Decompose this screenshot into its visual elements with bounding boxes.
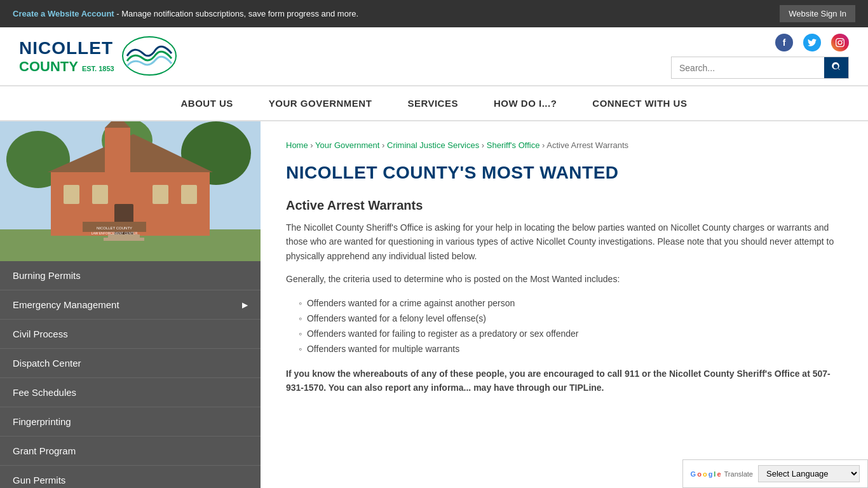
sidebar-menu: Burning PermitsEmergency Management▶Civi… xyxy=(0,261,261,488)
twitter-icon[interactable] xyxy=(803,34,821,51)
svg-rect-12 xyxy=(153,185,168,204)
nav-item-how-do-i[interactable]: HOW DO I...? xyxy=(476,86,574,120)
language-select[interactable]: Select Language xyxy=(758,465,860,482)
header: NICOLLET COUNTY EST. 1853 f xyxy=(0,27,868,85)
intro-paragraph: The Nicollet County Sheriff's Office is … xyxy=(286,220,843,263)
breadcrumb-separator: › xyxy=(539,140,546,150)
criteria-item: Offenders wanted for multiple warrants xyxy=(299,341,843,356)
logo-nicollet: NICOLLET xyxy=(19,37,114,59)
svg-rect-19 xyxy=(104,238,144,241)
section-title: Active Arrest Warrants xyxy=(286,198,843,213)
search-input[interactable] xyxy=(672,58,824,78)
sidebar-item-label: Dispatch Center xyxy=(13,358,81,369)
google-logo: Google Translate xyxy=(691,470,753,478)
breadcrumb-link[interactable]: Criminal Justice Services xyxy=(387,140,479,150)
search-button[interactable] xyxy=(824,57,848,78)
page-title: NICOLLET COUNTY'S MOST WANTED xyxy=(286,163,843,183)
logo-area: NICOLLET COUNTY EST. 1853 xyxy=(19,36,178,77)
svg-rect-18 xyxy=(108,234,140,238)
nav-item-connect-with-us[interactable]: CONNECT WITH US xyxy=(574,86,705,120)
main-nav: ABOUT USYOUR GOVERNMENTSERVICESHOW DO I.… xyxy=(0,85,868,121)
translate-label-text: Translate xyxy=(724,470,753,478)
sidebar-item-label: Fingerprinting xyxy=(13,416,71,427)
logo-icon xyxy=(121,36,178,77)
breadcrumb-link[interactable]: Home xyxy=(286,140,308,150)
sidebar-item-civil-process[interactable]: Civil Process xyxy=(0,320,261,348)
sidebar-item-gun-permits[interactable]: Gun Permits xyxy=(0,466,261,488)
logo-text: NICOLLET COUNTY EST. 1853 xyxy=(19,37,114,76)
sign-in-button[interactable]: Website Sign In xyxy=(780,5,855,22)
sidebar-item-label: Civil Process xyxy=(13,329,68,339)
main-layout: NICOLLET COUNTY LAW ENFORCEMENT CENTER B… xyxy=(0,121,868,488)
instagram-icon[interactable] xyxy=(831,34,849,51)
nav-item-services[interactable]: SERVICES xyxy=(390,86,476,120)
sidebar-item-burning-permits[interactable]: Burning Permits xyxy=(0,261,261,290)
sidebar-item-fingerprinting[interactable]: Fingerprinting xyxy=(0,407,261,436)
translate-bar: Google Translate Select Language xyxy=(682,459,868,488)
sidebar-item-label: Gun Permits xyxy=(13,475,65,485)
sidebar-item-grant-program[interactable]: Grant Program xyxy=(0,437,261,465)
building-image: NICOLLET COUNTY LAW ENFORCEMENT CENTER xyxy=(0,121,261,261)
create-account-link[interactable]: Create a Website Account xyxy=(13,9,114,18)
sidebar-item-fee-schedules[interactable]: Fee Schedules xyxy=(0,378,261,407)
breadcrumb-separator: › xyxy=(479,140,487,150)
facebook-icon[interactable]: f xyxy=(775,34,793,51)
sidebar-item-label: Fee Schedules xyxy=(13,387,76,398)
breadcrumb-current: Active Arrest Warrants xyxy=(546,140,628,150)
svg-rect-8 xyxy=(105,128,130,172)
top-bar-text: - Manage notification subscriptions, sav… xyxy=(116,9,358,18)
top-bar-message: Create a Website Account - Manage notifi… xyxy=(13,9,358,18)
breadcrumb-separator: › xyxy=(308,140,315,150)
sidebar-item-dispatch-center[interactable]: Dispatch Center xyxy=(0,349,261,377)
building-svg: NICOLLET COUNTY LAW ENFORCEMENT CENTER xyxy=(0,121,261,261)
nav-item-your-government[interactable]: YOUR GOVERNMENT xyxy=(251,86,390,120)
expand-arrow-icon: ▶ xyxy=(242,301,248,309)
svg-rect-11 xyxy=(92,185,108,204)
criteria-list: Offenders wanted for a crime against ano… xyxy=(299,295,843,356)
criteria-intro: Generally, the criteria used to determin… xyxy=(286,272,843,286)
logo-est: EST. 1853 xyxy=(82,65,114,73)
breadcrumb-link[interactable]: Your Government xyxy=(315,140,379,150)
svg-text:NICOLLET COUNTY: NICOLLET COUNTY xyxy=(97,226,132,230)
header-right: f xyxy=(671,34,849,79)
breadcrumb-separator: › xyxy=(379,140,387,150)
svg-rect-13 xyxy=(181,185,197,204)
nav-item-about-us[interactable]: ABOUT US xyxy=(163,86,251,120)
criteria-item: Offenders wanted for a crime against ano… xyxy=(299,295,843,311)
criteria-item: Offenders wanted for failing to register… xyxy=(299,326,843,341)
sidebar: NICOLLET COUNTY LAW ENFORCEMENT CENTER B… xyxy=(0,121,261,488)
sidebar-item-label: Grant Program xyxy=(13,445,76,456)
logo-county: COUNTY xyxy=(19,58,78,75)
breadcrumb-link[interactable]: Sheriff's Office xyxy=(487,140,540,150)
sidebar-item-label: Emergency Management xyxy=(13,299,119,310)
social-icons: f xyxy=(775,34,849,54)
top-bar: Create a Website Account - Manage notifi… xyxy=(0,0,868,27)
criteria-item: Offenders wanted for a felony level offe… xyxy=(299,311,843,326)
call-to-action: If you know the whereabouts of any of th… xyxy=(286,367,843,395)
search-area xyxy=(671,57,849,79)
sidebar-item-emergency-management[interactable]: Emergency Management▶ xyxy=(0,290,261,319)
svg-rect-10 xyxy=(64,185,79,204)
sidebar-item-label: Burning Permits xyxy=(13,270,81,281)
content-area: Home › Your Government › Criminal Justic… xyxy=(261,121,868,488)
breadcrumb: Home › Your Government › Criminal Justic… xyxy=(286,140,843,150)
